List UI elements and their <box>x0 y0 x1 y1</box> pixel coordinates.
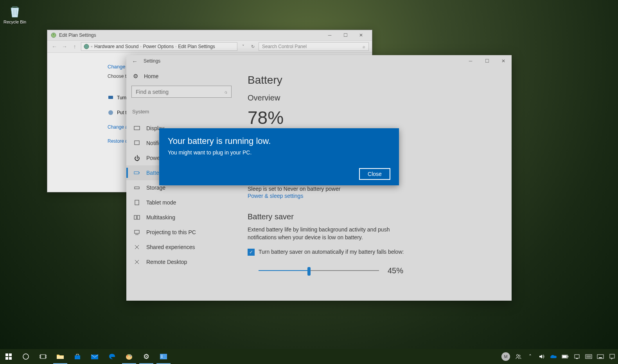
sidebar-category: System <box>131 109 234 115</box>
battery-icon <box>134 170 140 176</box>
settings-title: Settings <box>140 58 462 64</box>
svg-rect-18 <box>40 355 46 359</box>
start-button[interactable] <box>0 349 17 364</box>
svg-rect-9 <box>135 200 139 205</box>
svg-rect-14 <box>9 353 12 356</box>
cp-search-input[interactable]: Search Control Panel ⌕ <box>259 42 369 51</box>
battery-threshold-slider-row: 45% <box>248 266 503 275</box>
toast-close-button[interactable]: Close <box>359 168 390 180</box>
chevron-icon: › <box>140 45 141 48</box>
svg-rect-8 <box>135 187 139 189</box>
battery-low-notification: Your battery is running low. You might w… <box>159 128 399 185</box>
people-button[interactable] <box>512 349 524 364</box>
setting-row-label: Turn <box>117 95 126 100</box>
slider-fill <box>259 270 309 271</box>
battery-tray-icon[interactable] <box>559 349 571 364</box>
store-button[interactable] <box>69 349 86 364</box>
cp-minimize-button[interactable]: ─ <box>322 31 338 39</box>
chevron-icon: › <box>175 45 176 48</box>
battery-saver-checkbox[interactable]: ✓ <box>248 249 255 256</box>
slider-thumb[interactable] <box>307 267 311 276</box>
breadcrumb-1[interactable]: Hardware and Sound <box>94 44 138 49</box>
sidebar-item-label: Tablet mode <box>146 199 176 206</box>
svg-rect-11 <box>137 215 140 219</box>
breadcrumb-3[interactable]: Edit Plan Settings <box>178 44 215 49</box>
search-icon: ⌕ <box>225 89 227 95</box>
svg-rect-37 <box>576 358 578 359</box>
battery-saver-heading: Battery saver <box>248 212 503 221</box>
sidebar-item-multitasking[interactable]: Multitasking <box>126 210 234 225</box>
cp-search-placeholder: Search Control Panel <box>262 44 307 49</box>
toast-title: Your battery is running low. <box>168 136 390 146</box>
settings-search-input[interactable]: Find a setting ⌕ <box>131 86 232 98</box>
power-icon: ⏻ <box>134 155 140 161</box>
paint-button[interactable] <box>120 349 138 364</box>
settings-titlebar[interactable]: ← Settings ─ ☐ ✕ <box>126 55 512 67</box>
sidebar-item-label: Storage <box>146 185 165 191</box>
battery-saver-cbx-label: Turn battery saver on automatically if m… <box>259 248 404 256</box>
recycle-bin-label: Recycle Bin <box>3 20 27 24</box>
refresh-button[interactable]: ↻ <box>249 43 256 50</box>
settings-close-button[interactable]: ✕ <box>495 56 512 66</box>
svg-rect-40 <box>599 357 602 358</box>
settings-back-button[interactable]: ← <box>132 58 140 65</box>
search-icon: ⌕ <box>363 44 365 49</box>
cp-title: Edit Plan Settings <box>59 32 322 38</box>
system-icon <box>84 44 89 49</box>
battery-threshold-slider[interactable] <box>259 270 379 271</box>
network-icon[interactable] <box>571 349 583 364</box>
sidebar-item-shared[interactable]: Shared experiences <box>126 240 234 255</box>
sidebar-item-label: Multitasking <box>146 214 175 221</box>
svg-rect-29 <box>161 356 163 357</box>
addressbar[interactable]: « Hardware and Sound › Power Options › E… <box>81 42 237 51</box>
recycle-bin[interactable]: Recycle Bin <box>3 4 27 24</box>
forward-button[interactable]: → <box>61 43 68 50</box>
slider-value: 45% <box>388 266 403 275</box>
input-icon[interactable] <box>583 349 595 364</box>
notifications-icon <box>134 140 140 146</box>
svg-rect-7 <box>139 172 140 173</box>
svg-point-3 <box>108 110 113 115</box>
settings-maximize-button[interactable]: ☐ <box>479 56 495 66</box>
volume-icon[interactable] <box>536 349 548 364</box>
tray-chevron[interactable]: ˄ <box>524 349 536 364</box>
svg-rect-36 <box>575 355 579 358</box>
svg-point-25 <box>129 355 130 356</box>
multitasking-icon <box>134 214 140 221</box>
gear-icon: ⚙ <box>132 73 138 79</box>
sidebar-home-label: Home <box>144 73 158 79</box>
shared-icon <box>134 244 140 250</box>
file-explorer-button[interactable] <box>52 349 69 364</box>
svg-rect-16 <box>9 357 12 360</box>
toast-body: You might want to plug in your PC. <box>168 149 390 156</box>
up-button[interactable]: ↑ <box>71 43 79 50</box>
overview-heading: Overview <box>248 93 503 102</box>
sidebar-item-projecting[interactable]: Projecting to this PC <box>126 225 234 240</box>
control-panel-titlebar[interactable]: Edit Plan Settings ─ ☐ ✕ <box>47 30 372 40</box>
cortana-button[interactable] <box>17 349 34 364</box>
onedrive-icon[interactable] <box>548 349 559 364</box>
settings-minimize-button[interactable]: ─ <box>462 56 479 66</box>
recycle-bin-icon <box>8 4 22 18</box>
user-badge[interactable]: M <box>501 352 510 361</box>
sidebar-item-label: Projecting to this PC <box>146 229 196 235</box>
sidebar-item-remote[interactable]: Remote Desktop <box>126 255 234 269</box>
settings-taskbar-button[interactable]: ⚙ <box>138 349 155 364</box>
cp-close-button[interactable]: ✕ <box>353 31 369 39</box>
task-view-button[interactable] <box>34 349 52 364</box>
settings-search-placeholder: Find a setting <box>136 89 169 95</box>
sidebar-item-tablet[interactable]: Tablet mode <box>126 195 234 210</box>
keyboard-icon[interactable] <box>595 349 606 364</box>
back-button[interactable]: ← <box>50 43 58 50</box>
control-panel-toolbar: ← → ↑ « Hardware and Sound › Power Optio… <box>47 40 372 53</box>
edge-button[interactable] <box>103 349 120 364</box>
action-center-icon[interactable] <box>606 349 618 364</box>
cp-maximize-button[interactable]: ☐ <box>338 31 353 39</box>
sidebar-home[interactable]: ⚙ Home <box>131 70 234 86</box>
mail-button[interactable] <box>86 349 103 364</box>
addr-dropdown[interactable]: ˅ <box>240 43 247 50</box>
control-panel-taskbar-button[interactable] <box>155 349 172 364</box>
breadcrumb-2[interactable]: Power Options <box>143 44 174 49</box>
power-sleep-link[interactable]: Power & sleep settings <box>248 193 503 199</box>
battery-saver-checkbox-row: ✓ Turn battery saver on automatically if… <box>248 248 503 256</box>
